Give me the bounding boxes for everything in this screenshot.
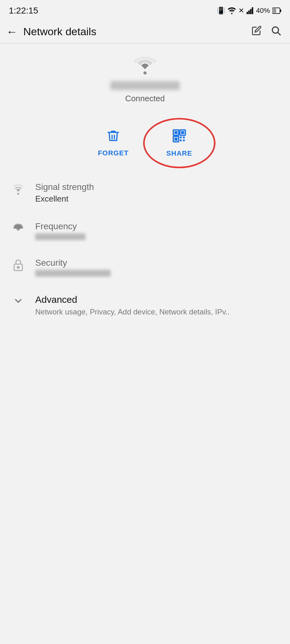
qr-icon <box>172 129 187 146</box>
network-wifi-icon <box>132 56 158 75</box>
svg-point-24 <box>17 266 19 268</box>
signal-strength-value: Excellent <box>35 194 94 204</box>
page-title: Network details <box>23 25 96 38</box>
detail-list: Signal strength Excellent Frequency <box>0 173 290 325</box>
back-button[interactable]: ← <box>6 26 18 37</box>
status-icons: 📳 ✕ 40% <box>217 7 281 15</box>
svg-rect-2 <box>248 10 250 14</box>
svg-rect-4 <box>252 7 253 14</box>
security-icon-container <box>10 259 26 271</box>
share-label: SHARE <box>166 149 192 158</box>
cell-signal-icon <box>247 7 254 14</box>
vibrate-icon: 📳 <box>217 7 225 15</box>
search-button[interactable] <box>270 25 281 38</box>
svg-rect-7 <box>273 8 276 13</box>
security-title: Security <box>35 258 111 268</box>
app-bar-left: ← Network details <box>6 25 96 38</box>
svg-rect-6 <box>280 9 281 12</box>
network-name-blurred <box>110 81 180 90</box>
advanced-item[interactable]: Advanced Network usage, Privacy, Add dev… <box>6 286 284 325</box>
frequency-value-blurred <box>35 233 86 240</box>
svg-point-21 <box>17 193 19 195</box>
forget-button[interactable]: FORGET <box>79 123 148 164</box>
status-time: 1:22:15 <box>9 6 38 16</box>
signal-strength-content: Signal strength Excellent <box>35 182 94 204</box>
signal-x-icon: ✕ <box>238 7 244 15</box>
frequency-item: Frequency <box>6 213 284 249</box>
signal-wifi-icon <box>12 183 24 195</box>
svg-point-10 <box>143 71 147 75</box>
share-highlight: SHARE <box>148 122 211 164</box>
signal-strength-item: Signal strength Excellent <box>6 173 284 213</box>
lock-icon <box>12 259 24 271</box>
svg-rect-17 <box>180 136 182 138</box>
frequency-icon-container <box>10 223 26 235</box>
svg-rect-3 <box>250 9 252 14</box>
svg-rect-14 <box>181 131 184 134</box>
advanced-subtitle: Network usage, Privacy, Add device, Netw… <box>35 308 230 316</box>
frequency-icon <box>12 223 24 235</box>
svg-rect-16 <box>174 138 177 141</box>
frequency-content: Frequency <box>35 221 86 240</box>
trash-icon <box>106 129 120 146</box>
battery-text: 40% <box>256 7 270 15</box>
svg-rect-19 <box>180 140 182 142</box>
advanced-title: Advanced <box>35 294 230 305</box>
battery-icon <box>272 7 281 14</box>
chevron-down-icon <box>10 296 26 306</box>
frequency-title: Frequency <box>35 221 86 231</box>
security-value-blurred <box>35 270 111 277</box>
svg-point-0 <box>231 13 232 14</box>
app-bar: ← Network details <box>0 19 290 43</box>
forget-label: FORGET <box>98 149 129 157</box>
advanced-content: Advanced Network usage, Privacy, Add dev… <box>35 294 230 316</box>
svg-rect-12 <box>174 131 177 134</box>
edit-button[interactable] <box>252 25 262 38</box>
svg-rect-18 <box>183 136 185 138</box>
svg-rect-1 <box>247 12 248 14</box>
actions-row: FORGET SHARE <box>0 116 290 173</box>
wifi-status-icon <box>228 7 236 14</box>
share-button[interactable]: SHARE <box>148 122 211 164</box>
network-info: Connected <box>0 43 290 116</box>
search-icon <box>270 25 281 36</box>
svg-rect-20 <box>183 140 185 142</box>
security-item: Security <box>6 249 284 286</box>
app-bar-right <box>252 25 281 38</box>
security-content: Security <box>35 258 111 277</box>
svg-line-9 <box>278 32 280 35</box>
signal-strength-title: Signal strength <box>35 182 94 192</box>
network-status: Connected <box>125 94 165 103</box>
signal-icon-container <box>10 183 26 195</box>
pencil-icon <box>252 25 262 36</box>
status-bar: 1:22:15 📳 ✕ 40% <box>0 0 290 19</box>
